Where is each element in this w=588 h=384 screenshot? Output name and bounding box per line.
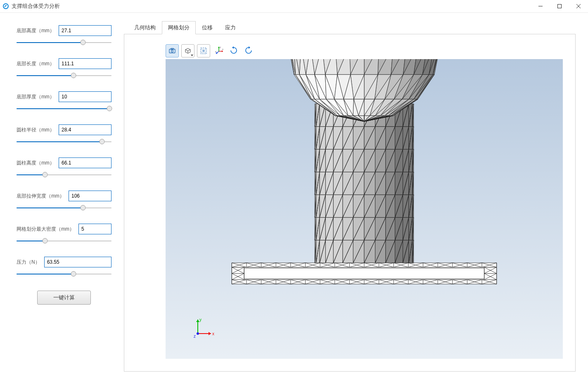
- param-slider-6[interactable]: [17, 237, 111, 245]
- app-icon: [2, 3, 9, 10]
- minimize-button[interactable]: [531, 0, 550, 12]
- axes-toggle-button[interactable]: xyz: [213, 44, 225, 57]
- svg-text:y: y: [220, 46, 221, 48]
- param-label-0: 底部高度（mm）: [17, 27, 55, 34]
- svg-point-699: [197, 332, 199, 335]
- fit-view-button[interactable]: [197, 44, 210, 57]
- param-input-2[interactable]: [59, 91, 111, 102]
- rotate-cw-button[interactable]: [228, 44, 240, 57]
- param-label-4: 圆柱高度（mm）: [17, 160, 55, 167]
- tab-3[interactable]: 应力: [219, 21, 242, 34]
- rotate-ccw-button[interactable]: [242, 44, 255, 57]
- param-label-6: 网格划分最大密度（mm）: [17, 226, 74, 233]
- tab-bar: 几何结构网格划分位移应力: [124, 21, 576, 34]
- param-input-5[interactable]: [69, 191, 111, 201]
- window-title: 支撑组合体受力分析: [12, 2, 60, 10]
- svg-point-0: [3, 4, 8, 9]
- param-slider-4[interactable]: [17, 171, 111, 179]
- param-input-7[interactable]: [44, 257, 111, 267]
- param-label-5: 底部拉伸宽度（mm）: [17, 193, 64, 200]
- parameter-panel: 底部高度（mm） 底部长度（mm） 底部厚度（mm） 圆柱半径（mm） 圆柱高度…: [0, 13, 124, 384]
- param-slider-5[interactable]: [17, 204, 111, 212]
- tab-0[interactable]: 几何结构: [128, 21, 162, 34]
- param-label-2: 底部厚度（mm）: [17, 93, 55, 100]
- svg-marker-16: [244, 268, 484, 279]
- svg-text:x: x: [212, 332, 214, 336]
- mesh-canvas[interactable]: x y z: [166, 59, 563, 359]
- close-button[interactable]: [569, 0, 588, 12]
- param-input-1[interactable]: [59, 58, 111, 69]
- param-input-3[interactable]: [59, 124, 111, 135]
- param-input-4[interactable]: [59, 157, 111, 168]
- svg-text:y: y: [199, 317, 202, 322]
- svg-rect-7: [171, 48, 173, 50]
- svg-rect-5: [169, 49, 175, 53]
- viewer-panel: xyz x y z: [124, 34, 576, 372]
- param-input-0[interactable]: [59, 25, 111, 36]
- param-slider-7[interactable]: [17, 270, 111, 278]
- titlebar: 支撑组合体受力分析: [0, 0, 588, 13]
- param-slider-3[interactable]: [17, 138, 111, 146]
- param-slider-2[interactable]: [17, 105, 111, 113]
- screenshot-button[interactable]: [166, 44, 179, 57]
- orientation-triad: x y z: [190, 316, 215, 342]
- tab-2[interactable]: 位移: [196, 21, 219, 34]
- param-slider-0[interactable]: [17, 38, 111, 47]
- compute-button[interactable]: 一键计算: [37, 291, 91, 305]
- param-label-7: 压力（N）: [17, 259, 40, 266]
- svg-rect-2: [558, 5, 562, 8]
- param-label-1: 底部长度（mm）: [17, 60, 55, 67]
- viewer-toolbar: xyz: [166, 44, 255, 57]
- maximize-button[interactable]: [550, 0, 569, 12]
- svg-text:x: x: [222, 48, 223, 50]
- param-slider-1[interactable]: [17, 72, 111, 80]
- param-label-3: 圆柱半径（mm）: [17, 126, 55, 134]
- param-input-6[interactable]: [78, 224, 111, 234]
- tab-1[interactable]: 网格划分: [162, 21, 196, 34]
- svg-point-6: [171, 50, 173, 52]
- svg-text:z: z: [194, 334, 196, 339]
- svg-text:z: z: [215, 50, 216, 53]
- view-cube-button[interactable]: [181, 44, 194, 57]
